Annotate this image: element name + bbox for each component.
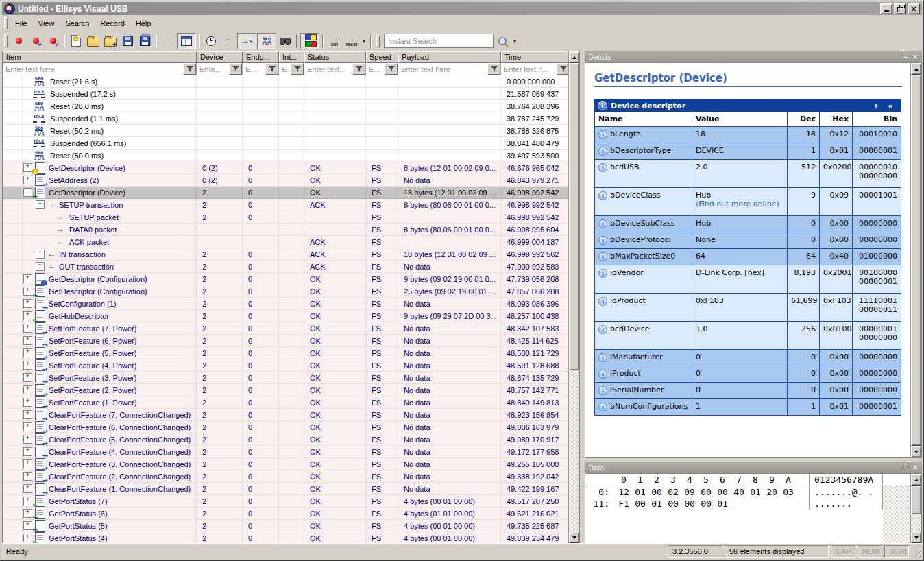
table-row[interactable]: +←GetPortStatus (6)20OKFS4 bytes (01 01 … [3, 508, 568, 520]
expander-plus[interactable]: + [23, 472, 32, 481]
expander-plus[interactable]: + [23, 459, 32, 468]
expander-plus[interactable]: + [36, 250, 45, 259]
table-row[interactable]: IDLESuspended (17.2 s)21.587 069 437 [3, 88, 568, 100]
table-row[interactable]: +←GetDescriptor (Configuration)20OKFS25 … [3, 285, 568, 298]
expander-plus[interactable]: + [23, 163, 32, 172]
expander-plus[interactable]: + [23, 422, 32, 431]
open-file-button[interactable] [85, 34, 101, 49]
expander-plus[interactable]: + [23, 299, 32, 308]
table-row[interactable]: +→ClearPortFeature (3, ConnectionChanged… [3, 458, 568, 470]
info-icon[interactable]: i [598, 386, 607, 395]
expander-plus[interactable]: + [23, 348, 32, 357]
column-header-item[interactable]: Item [3, 51, 197, 63]
expander-plus[interactable]: + [23, 435, 32, 444]
filter-funnel-button[interactable] [385, 63, 398, 75]
new-file-button[interactable] [68, 34, 84, 49]
marker-set-button[interactable]: →set [326, 34, 343, 49]
details-scrollbar[interactable] [910, 63, 921, 457]
scroll-track[interactable] [911, 486, 921, 532]
data-close-icon[interactable]: × [912, 464, 919, 471]
info-icon[interactable]: i [598, 297, 607, 306]
scroll-track[interactable] [569, 63, 579, 532]
expander-plus[interactable]: + [23, 521, 32, 530]
navigate-back-forward-button[interactable]: ←→ [160, 34, 176, 49]
table-row[interactable]: +GetDescriptor (Configuration)20OKFS9 by… [3, 273, 568, 285]
find-out-more-link[interactable]: (Find out more online) [696, 200, 779, 208]
table-row[interactable]: +←GetPortStatus (7)20OKFS4 bytes (00 01 … [3, 495, 568, 508]
color-filter-button[interactable] [300, 33, 319, 49]
info-icon[interactable]: i [598, 236, 607, 245]
expander-plus[interactable]: + [23, 373, 32, 382]
scroll-thumb[interactable] [569, 63, 579, 370]
toolbar-grip[interactable] [4, 35, 7, 47]
record-options-button[interactable]: ✓ [45, 34, 61, 49]
table-row[interactable]: +→SetPortFeature (2, Power)20OKFSNo data… [3, 384, 568, 396]
table-row[interactable]: −→SETUP transaction20ACKFS8 bytes (80 06… [3, 199, 568, 211]
instant-search-input[interactable] [387, 36, 491, 46]
info-icon[interactable]: i [598, 163, 607, 172]
table-row[interactable]: SE0Reset (50.2 ms)38.788 326 875 [3, 125, 568, 137]
menu-help[interactable]: Help [130, 17, 157, 29]
scroll-up-button[interactable] [911, 63, 921, 75]
record-new-button[interactable]: + [27, 34, 44, 49]
info-icon[interactable]: i [598, 130, 607, 139]
navigator-button[interactable] [177, 33, 196, 49]
table-row[interactable]: +←IN transaction20ACKFS18 bytes (12 01 0… [3, 248, 568, 261]
expander-plus[interactable]: + [23, 484, 32, 493]
expander-plus[interactable]: + [23, 447, 32, 456]
timing-button[interactable] [203, 34, 219, 49]
expander-plus[interactable]: + [23, 361, 32, 370]
expander-plus[interactable]: + [23, 336, 32, 345]
table-row[interactable]: +←GetHubDescriptor20OKFS9 bytes (09 29 0… [3, 310, 568, 322]
scroll-thumb[interactable] [911, 486, 921, 514]
table-row[interactable]: +→SetPortFeature (1, Power)20OKFSNo data… [3, 396, 568, 409]
table-row[interactable]: +→ClearPortFeature (2, ConnectionChanged… [3, 470, 568, 483]
filter-funnel-button[interactable] [487, 63, 500, 75]
swap-view-button[interactable]: →← [220, 34, 236, 49]
table-row[interactable]: +→ClearPortFeature (5, ConnectionChanged… [3, 433, 568, 446]
column-header-time[interactable]: Time [501, 51, 568, 63]
details-close-icon[interactable]: × [912, 53, 919, 60]
table-row[interactable]: +GetDescriptor (Device)0 (2)0OKFS8 bytes… [3, 162, 568, 174]
filter-input-3[interactable] [279, 63, 291, 75]
expander-plus[interactable]: + [23, 410, 32, 419]
menu-file[interactable]: File [10, 17, 33, 29]
filter-funnel-button[interactable] [557, 63, 568, 75]
table-row[interactable]: +→SetPortFeature (7, Power)20OKFSNo data… [3, 322, 568, 335]
info-icon[interactable]: i [598, 252, 607, 261]
pin-icon[interactable] [902, 53, 908, 60]
collapse-left-icon[interactable]: « [888, 102, 892, 110]
filter-funnel-button[interactable] [265, 63, 278, 75]
info-icon[interactable]: i [598, 147, 607, 156]
menu-search[interactable]: Search [60, 17, 95, 29]
search-toolbar-grip[interactable] [376, 35, 379, 47]
scroll-down-button[interactable] [569, 532, 579, 543]
expander-plus[interactable]: + [23, 176, 32, 184]
filter-input-5[interactable] [366, 63, 385, 75]
show-sequences-button[interactable]: SEQ [257, 33, 276, 49]
table-row[interactable]: +→ClearPortFeature (6, ConnectionChanged… [3, 421, 568, 433]
table-row[interactable]: ←ACK packetACKFS46.999 004 187 [3, 236, 568, 248]
table-row[interactable]: +→OUT transaction20ACKFSNo data47.000 99… [3, 261, 568, 273]
column-header-int[interactable]: Int... [279, 51, 304, 63]
info-icon[interactable]: i [598, 269, 607, 278]
pin-icon[interactable] [902, 464, 908, 471]
scroll-track[interactable] [911, 75, 921, 446]
data-scrollbar[interactable] [910, 474, 921, 543]
table-row[interactable]: +→SetPortFeature (3, Power)20OKFSNo data… [3, 372, 568, 384]
expander-plus[interactable]: + [23, 287, 32, 296]
search-dropdown-icon[interactable] [513, 40, 517, 45]
info-icon[interactable]: i [598, 191, 607, 200]
table-row[interactable]: IDLESuspended (656.1 ms)38.841 480 479 [3, 137, 568, 150]
menu-grip[interactable] [4, 17, 7, 29]
table-row[interactable]: +→ClearPortFeature (1, ConnectionChanged… [3, 483, 568, 495]
info-icon[interactable]: i [598, 403, 607, 411]
filter-input-0[interactable] [3, 63, 183, 75]
expander-plus[interactable]: + [23, 534, 32, 542]
table-row[interactable]: +←GetPortStatus (4)20OKFS4 bytes (00 01 … [3, 532, 568, 543]
column-header-payload[interactable]: Payload [398, 51, 501, 63]
table-row[interactable]: →DATA0 packetFS8 bytes (80 06 00 01 00 0… [3, 224, 568, 236]
hex-viewer[interactable]: 0123456789A0123456789A0:1201000209000040… [585, 474, 921, 543]
filter-input-6[interactable] [398, 63, 487, 75]
expander-plus[interactable]: + [23, 509, 32, 518]
